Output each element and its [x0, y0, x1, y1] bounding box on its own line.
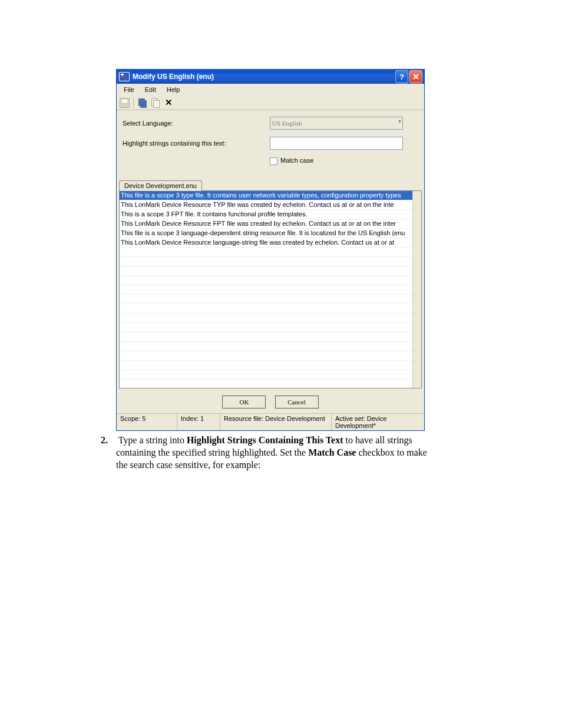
- strings-list[interactable]: This file is a scope 3 type file. It con…: [119, 190, 422, 388]
- list-item[interactable]: [120, 304, 413, 314]
- titlebar-controls: ?: [395, 70, 422, 83]
- list-item[interactable]: [120, 257, 413, 266]
- instruction-text-2a: containing the specified string highligh…: [116, 447, 308, 457]
- select-language-label: Select Language:: [123, 120, 270, 127]
- status-active-set: Active set: Device Development*: [332, 414, 424, 430]
- dialog-screenshot: Modify US English (enu) ? File Edit Help: [116, 69, 425, 431]
- step-number: 2.: [101, 434, 116, 447]
- ok-button[interactable]: OK: [222, 396, 266, 409]
- save-icon[interactable]: [119, 97, 130, 108]
- list-item[interactable]: [120, 351, 413, 361]
- match-case-checkbox[interactable]: Match case: [270, 157, 313, 165]
- help-button[interactable]: ?: [395, 70, 408, 83]
- form-area: Select Language: Highlight strings conta…: [117, 110, 424, 179]
- tab-strip: Device Development.enu: [117, 180, 424, 190]
- language-dropdown-field[interactable]: [270, 117, 403, 130]
- tab-device-development[interactable]: Device Development.enu: [119, 180, 202, 191]
- list-item[interactable]: [120, 266, 413, 276]
- menu-edit[interactable]: Edit: [140, 85, 161, 94]
- instruction-text-1a: Type a string into: [118, 435, 187, 445]
- list-item[interactable]: [120, 285, 413, 295]
- list-item[interactable]: This LonMark Device Resource language-st…: [120, 238, 413, 248]
- paste-icon[interactable]: [150, 97, 161, 108]
- list-item[interactable]: This LonMark Device Resource FPT file wa…: [120, 219, 413, 229]
- list-item[interactable]: This is a scope 3 FPT file. It contains …: [120, 210, 413, 219]
- instruction-bold-2: Match Case: [308, 447, 356, 457]
- list-item[interactable]: [120, 332, 413, 342]
- list-item[interactable]: [120, 361, 413, 370]
- list-item[interactable]: [120, 370, 413, 380]
- list-item[interactable]: [120, 248, 413, 257]
- menu-help[interactable]: Help: [162, 85, 185, 94]
- highlight-input[interactable]: [270, 137, 403, 150]
- list-item[interactable]: This LonMark Device Resource TYP file wa…: [120, 200, 413, 210]
- menu-file[interactable]: File: [119, 85, 139, 94]
- match-case-label: Match case: [280, 157, 313, 164]
- vertical-scrollbar[interactable]: [412, 191, 421, 388]
- list-item[interactable]: [120, 276, 413, 285]
- list-item[interactable]: [120, 295, 413, 304]
- list-item[interactable]: This file is a scope 3 language-dependen…: [120, 229, 413, 238]
- close-button[interactable]: [409, 70, 422, 83]
- delete-icon[interactable]: ✕: [163, 97, 174, 108]
- document-page: Modify US English (enu) ? File Edit Help: [0, 0, 562, 728]
- list-item[interactable]: [120, 323, 413, 332]
- status-scope: Scope: 5: [117, 414, 177, 430]
- status-resource: Resource file: Device Development: [220, 414, 332, 430]
- highlight-label: Highlight strings containing this text:: [123, 140, 270, 147]
- list-item[interactable]: [120, 342, 413, 351]
- toolbar-separator: [133, 97, 134, 108]
- instruction-bold-1: Highlight Strings Containing This Text: [187, 435, 343, 445]
- instruction-text-3: the search case sensitive, for example:: [116, 460, 260, 470]
- app-icon: [119, 72, 130, 81]
- cancel-button[interactable]: Cancel: [275, 396, 319, 409]
- instruction-text-1c: to have all strings: [343, 435, 412, 445]
- list-item[interactable]: [120, 314, 413, 323]
- instruction-paragraph: 2. Type a string into Highlight Strings …: [101, 434, 490, 471]
- list-item[interactable]: This file is a scope 3 type file. It con…: [120, 191, 413, 200]
- list-item[interactable]: [120, 380, 413, 388]
- titlebar[interactable]: Modify US English (enu) ?: [117, 70, 424, 84]
- status-index: Index: 1: [177, 414, 220, 430]
- modify-dialog: Modify US English (enu) ? File Edit Help: [116, 69, 425, 431]
- toolbar: ✕: [117, 95, 424, 110]
- copy-icon[interactable]: [137, 97, 148, 108]
- dialog-buttons: OK Cancel: [117, 388, 424, 413]
- statusbar: Scope: 5 Index: 1 Resource file: Device …: [117, 413, 424, 430]
- language-dropdown[interactable]: [270, 117, 403, 130]
- menubar: File Edit Help: [117, 84, 424, 95]
- instruction-text-2c: checkbox to make: [356, 447, 427, 457]
- window-title: Modify US English (enu): [133, 73, 395, 81]
